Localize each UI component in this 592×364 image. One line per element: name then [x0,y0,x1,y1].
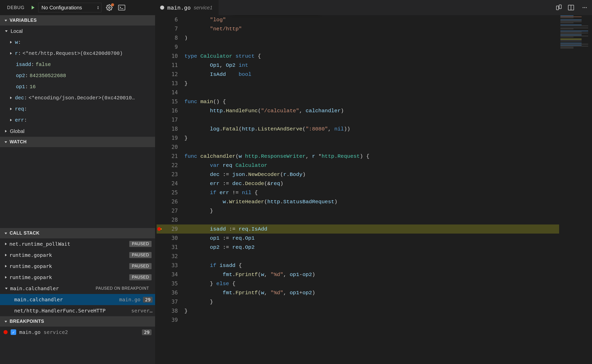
var-row[interactable]: r: <*net/http.Request>(0xc4200d0700) [0,48,155,59]
debug-sidebar: DEBUG No Configurations ▴▾ [0,0,155,364]
code-line[interactable]: 6 "log" [157,15,592,24]
callstack-thread[interactable]: net.runtime_pollWaitPAUSED [0,238,155,249]
breakpoint-row[interactable]: ✓main.goservice229 [0,327,155,338]
code-line[interactable]: 38} [157,306,592,315]
callstack-thread[interactable]: runtime.goparkPAUSED [0,261,155,272]
code-line[interactable]: 20 [157,143,592,152]
var-row[interactable]: dec: <*encoding/json.Decoder>(0xc420010… [0,92,155,103]
breakpoint-dot-icon [4,330,8,334]
watch-header[interactable]: WATCH [0,137,155,147]
code-line[interactable]: 39 [157,315,592,325]
debug-console-icon[interactable] [118,5,125,10]
code-line[interactable]: 27 } [157,206,592,215]
code-line[interactable]: 30 op1 := req.Op1 [157,234,592,243]
code-line[interactable]: 26 w.WriteHeader(http.StatusBadRequest) [157,197,592,206]
breakpoints-header[interactable]: BREAKPOINTS [0,316,155,327]
svg-rect-1 [118,5,125,10]
start-debug-button[interactable] [29,4,37,11]
select-chevrons-icon: ▴▾ [97,6,99,10]
debug-config-select[interactable]: No Configurations ▴▾ [38,3,101,12]
var-row[interactable]: op1: 16 [0,81,155,92]
svg-point-7 [584,7,585,8]
callstack-thread[interactable]: runtime.goparkPAUSED [0,249,155,261]
editor-tabbar: main.go service1 [155,0,592,15]
callstack-thread[interactable]: main.calchandlerPAUSED ON BREAKPOINT [0,283,155,294]
debug-title: DEBUG [2,5,29,10]
code-line[interactable]: 18 log.Fatal(http.ListenAndServe(":8080"… [157,124,592,133]
code-line[interactable]: 23 dec := json.NewDecoder(r.Body) [157,170,592,179]
stack-frame[interactable]: main.calchandlermain.go 29 [0,294,155,305]
split-editor-icon[interactable] [568,4,574,11]
code-line[interactable]: 11 Op1, Op2 int [157,61,592,70]
breakpoint-checkbox[interactable]: ✓ [11,329,16,335]
var-row[interactable]: op2: 842350522688 [0,70,155,81]
editor-body[interactable]: ⠿ [155,15,592,364]
callstack-header[interactable]: CALL STACK [0,228,155,238]
callstack-section: CALL STACK net.runtime_pollWaitPAUSEDrun… [0,228,155,316]
watch-section: WATCH [0,137,155,228]
more-icon[interactable] [582,5,587,10]
tab-filename: main.go [167,5,191,11]
editor-actions [556,4,589,11]
gear-icon[interactable] [106,4,113,11]
editor-tab[interactable]: main.go service1 [155,0,219,15]
stack-frame[interactable]: net/http.HandlerFunc.ServeHTTPserver… [0,305,155,316]
code-line[interactable]: 17 [157,115,592,124]
breakpoints-section: BREAKPOINTS ✓main.goservice229 [0,316,155,338]
svg-point-8 [586,7,587,8]
execution-pointer-icon [159,227,162,231]
compare-icon[interactable] [556,4,562,11]
tab-folder: service1 [194,5,213,11]
svg-point-0 [109,7,110,9]
scope-global[interactable]: Global [0,126,155,137]
svg-point-6 [583,7,584,8]
scope-local[interactable]: Local [0,26,155,37]
callstack-thread[interactable]: runtime.goparkPAUSED [0,272,155,283]
debug-topbar: DEBUG No Configurations ▴▾ [0,0,155,15]
code-line[interactable]: 31 op2 := req.Op2 [157,243,592,252]
code-line[interactable]: 33 if isadd { [157,261,592,270]
code-line[interactable]: 14 [157,88,592,97]
code-line[interactable]: 34 fmt.Fprintf(w, "%d", op1-op2) [157,270,592,279]
code-line[interactable]: 36 fmt.Fprintf(w, "%d", op1+op2) [157,288,592,297]
code-line[interactable]: 9 [157,42,592,52]
code-line[interactable]: 29 isadd := req.IsAdd [157,224,592,234]
code-line[interactable]: 24 err := dec.Decode(&req) [157,179,592,188]
variables-header[interactable]: VARIABLES [0,15,155,26]
minimap[interactable] [559,15,592,364]
code-line[interactable]: 13} [157,79,592,88]
code-line[interactable]: 8) [157,33,592,42]
code-line[interactable]: 22 var req Calculator [157,161,592,170]
var-row[interactable]: err: [0,115,155,126]
code-line[interactable]: 35 } else { [157,279,592,288]
code-line[interactable]: 7 "net/http" [157,24,592,33]
code-line[interactable]: 19} [157,133,592,143]
editor-area: main.go service1 [155,0,592,364]
var-row[interactable]: w: [0,37,155,48]
code-line[interactable]: 21func calchandler(w http.ResponseWriter… [157,152,592,161]
code-line[interactable]: 32 [157,252,592,261]
code-line[interactable]: 28 [157,215,592,224]
code-line[interactable]: 10type Calculator struct { [157,52,592,61]
variables-section: VARIABLES Localw: r: <*net/http.Request>… [0,15,155,137]
code-line[interactable]: 15func main() { [157,97,592,106]
code-line[interactable]: 16 http.HandleFunc("/calculate", calchan… [157,106,592,115]
modified-dot-icon [160,6,164,10]
svg-rect-2 [556,6,559,10]
code-line[interactable]: 12 IsAdd bool [157,70,592,79]
var-row[interactable]: req: [0,103,155,115]
var-row[interactable]: isadd: false [0,59,155,70]
code-line[interactable]: 25 if err != nil { [157,188,592,197]
svg-rect-3 [559,5,561,9]
code-line[interactable]: 37 } [157,297,592,306]
